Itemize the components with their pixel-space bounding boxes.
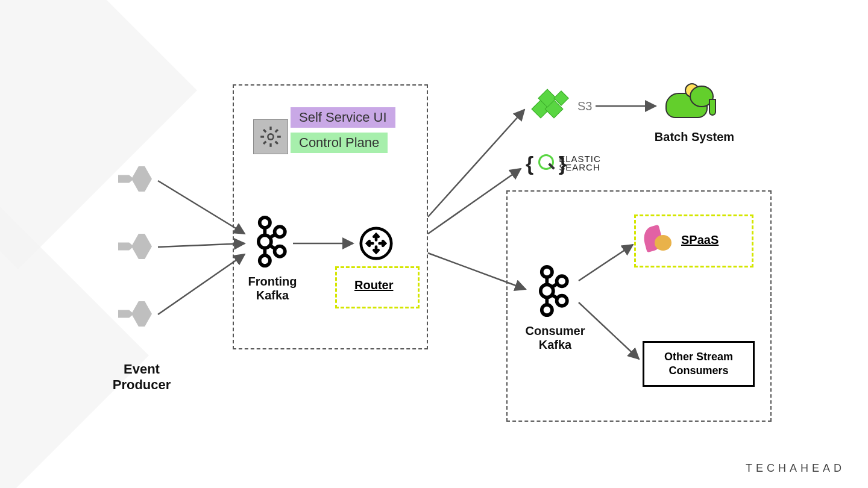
svg-line-27 (552, 284, 558, 287)
elasticsearch-node: { ELASTIC SEARCH } (526, 153, 567, 174)
gear-tile (253, 119, 288, 154)
s3-label: S3 (577, 99, 592, 113)
consumer-kafka-icon (534, 265, 569, 319)
brace-right-icon: } (559, 154, 567, 172)
producer-1 (118, 166, 154, 192)
svg-rect-9 (275, 141, 279, 145)
spaas-label: SPaaS (681, 233, 719, 247)
svg-line-28 (552, 295, 558, 299)
s3-node: S3 (529, 89, 592, 123)
self-service-ui-bar: Self Service UI (291, 107, 395, 128)
svg-point-22 (542, 305, 552, 315)
brace-left-icon: { (526, 154, 533, 172)
svg-rect-3 (269, 143, 271, 147)
fronting-kafka-icon (252, 216, 287, 270)
svg-rect-5 (277, 136, 281, 137)
producer-icon (118, 301, 154, 327)
svg-point-10 (260, 217, 270, 228)
svg-point-21 (541, 284, 553, 297)
svg-point-1 (269, 135, 273, 139)
edge-p2-kafka (158, 243, 245, 247)
magnifier-icon (536, 153, 556, 174)
svg-point-12 (260, 255, 270, 266)
producer-3 (118, 301, 154, 327)
producer-2 (118, 234, 154, 259)
edge-p3-kafka (158, 254, 245, 314)
svg-rect-7 (263, 141, 267, 145)
other-consumers-box: Other Stream Consumers (643, 341, 755, 387)
batch-system-label: Batch System (646, 130, 743, 144)
edge-p1-kafka (158, 181, 245, 234)
s3-icon (529, 89, 571, 123)
svg-point-11 (259, 235, 271, 248)
svg-line-18 (270, 246, 276, 249)
producer-icon (118, 234, 154, 259)
fronting-kafka-label: Fronting Kafka (242, 275, 303, 302)
event-producer-label: Event Producer (102, 361, 181, 393)
squirrel-icon (644, 227, 674, 253)
svg-rect-8 (263, 129, 267, 133)
gear-icon (258, 124, 283, 149)
router-label: Router (354, 278, 393, 292)
hadoop-icon (661, 82, 715, 124)
svg-rect-6 (275, 129, 279, 133)
svg-point-20 (542, 267, 552, 277)
router-icon (359, 227, 393, 260)
svg-rect-4 (260, 136, 264, 137)
other-consumers-label: Other Stream Consumers (664, 350, 733, 378)
brand-watermark: TECHAHEAD (746, 462, 845, 475)
spaas-node: SPaaS (644, 227, 719, 253)
svg-line-17 (270, 234, 276, 238)
producer-icon (118, 166, 154, 192)
control-plane-bar: Control Plane (291, 133, 388, 153)
consumer-kafka-label: Consumer Kafka (516, 324, 594, 352)
svg-rect-2 (269, 127, 271, 130)
diagram-stage: Event Producer Self Service UI (0, 0, 868, 488)
